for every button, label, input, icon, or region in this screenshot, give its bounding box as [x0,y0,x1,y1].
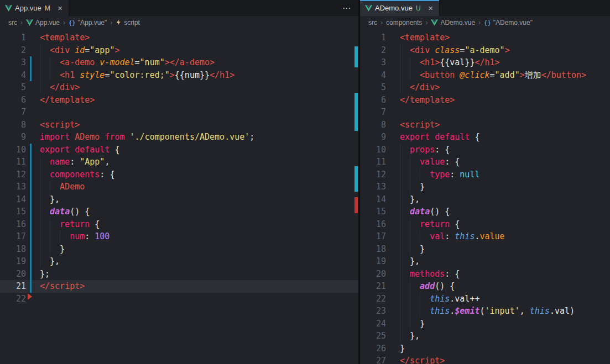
code-line[interactable]: 5</div> [360,81,610,94]
line-number[interactable]: 5 [0,81,26,94]
code-line[interactable]: 11name: "App", [0,156,358,168]
line-number[interactable]: 10 [0,144,26,156]
line-number[interactable]: 12 [0,168,26,181]
breadcrumb-item[interactable]: src [368,19,377,27]
code-editor-right[interactable]: 1<template>2<div class="a-demo">3<h1>{{v… [360,29,610,364]
code-line[interactable]: 3<h1>{{val}}</h1> [360,56,610,69]
code-line[interactable]: 8<script> [360,119,610,131]
code-line[interactable]: 15data() { [360,205,610,218]
code-line[interactable]: 2<div class="a-demo"> [360,44,610,57]
code-line[interactable]: 14}, [360,193,610,206]
close-icon[interactable]: × [426,3,436,13]
line-number[interactable]: 12 [360,168,386,181]
code-line[interactable]: 12components: { [0,168,358,181]
line-number[interactable]: 8 [360,119,386,131]
line-number[interactable]: 23 [360,305,386,318]
code-line[interactable]: 12type: null [360,168,610,181]
code-line[interactable]: 18} [360,243,610,256]
code-line[interactable]: 8<script> [0,119,358,131]
line-number[interactable]: 11 [360,156,386,168]
breadcrumb-item[interactable]: components [386,19,422,27]
code-line[interactable]: 25}, [360,330,610,342]
line-number[interactable]: 2 [360,44,386,57]
code-line[interactable]: 3<a-demo v-model="num"></a-demo> [0,56,358,69]
code-line[interactable]: 26} [360,342,610,355]
line-number[interactable]: 1 [0,31,26,44]
code-line[interactable]: 2<div id="app"> [0,44,358,57]
code-line[interactable]: 10export default { [0,144,358,156]
code-line[interactable]: 22 [0,293,358,305]
code-line[interactable]: 13ADemo [0,181,358,193]
line-number[interactable]: 19 [0,255,26,268]
code-line[interactable]: 16return { [360,218,610,231]
line-number[interactable]: 16 [0,218,26,231]
code-line[interactable]: 6</template> [0,94,358,107]
line-number[interactable]: 25 [360,330,386,342]
code-line[interactable]: 21add() { [360,280,610,293]
code-line[interactable]: 5</div> [0,81,358,94]
line-number[interactable]: 4 [360,69,386,82]
line-number[interactable]: 14 [0,193,26,206]
code-line[interactable]: 9export default { [360,131,610,144]
code-line[interactable]: 7 [360,106,610,119]
code-line[interactable]: 13} [360,181,610,193]
line-number[interactable]: 16 [360,218,386,231]
line-number[interactable]: 15 [0,205,26,218]
line-number[interactable]: 1 [360,31,386,44]
code-line[interactable]: 20methods: { [360,268,610,281]
line-number[interactable]: 4 [0,69,26,82]
line-number[interactable]: 3 [360,56,386,69]
code-line[interactable]: 11value: { [360,156,610,168]
line-number[interactable]: 17 [0,230,26,243]
breadcrumb-item[interactable]: App.vue [26,19,60,27]
line-number[interactable]: 22 [0,293,26,305]
breadcrumb-item[interactable]: src [8,19,17,27]
code-line[interactable]: 19}, [0,255,358,268]
line-number[interactable]: 9 [360,131,386,144]
code-line[interactable]: 1<template> [0,31,358,44]
line-number[interactable]: 13 [360,181,386,193]
code-line[interactable]: 23this.$emit('input', this.val) [360,305,610,318]
code-line[interactable]: 10props: { [360,144,610,156]
line-number[interactable]: 8 [0,119,26,131]
code-line[interactable]: 21</script> [0,280,358,293]
code-line[interactable]: 4<button @click="add">增加</button> [360,69,610,82]
code-line[interactable]: 18} [0,243,358,256]
code-line[interactable]: 16return { [0,218,358,231]
code-line[interactable]: 6</template> [360,94,610,107]
line-number[interactable]: 7 [0,106,26,119]
tab-app-vue[interactable]: App.vue M × [0,0,69,16]
line-number[interactable]: 11 [0,156,26,168]
breadcrumb-item[interactable]: {}"App.vue" [69,19,107,27]
code-line[interactable]: 17num: 100 [0,230,358,243]
line-number[interactable]: 2 [0,44,26,57]
breadcrumb-item[interactable]: script [116,19,140,27]
line-number[interactable]: 24 [360,318,386,330]
code-line[interactable]: 15data() { [0,205,358,218]
line-number[interactable]: 20 [0,268,26,281]
code-line[interactable]: 7 [0,106,358,119]
line-number[interactable]: 20 [360,268,386,281]
code-line[interactable]: 20}; [0,268,358,281]
line-number[interactable]: 21 [0,280,26,293]
line-number[interactable]: 19 [360,255,386,268]
code-line[interactable]: 1<template> [360,31,610,44]
code-line[interactable]: 17val: this.value [360,230,610,243]
breadcrumb-item[interactable]: ADemo.vue [431,19,475,27]
code-editor-left[interactable]: 1<template>2<div id="app">3<a-demo v-mod… [0,29,358,364]
line-number[interactable]: 9 [0,131,26,144]
line-number[interactable]: 6 [0,94,26,107]
code-line[interactable]: 27</script> [360,355,610,364]
code-line[interactable]: 9import ADemo from './components/ADemo.v… [0,131,358,144]
line-number[interactable]: 18 [0,243,26,256]
code-line[interactable]: 14}, [0,193,358,206]
line-number[interactable]: 3 [0,56,26,69]
line-number[interactable]: 26 [360,342,386,355]
line-number[interactable]: 15 [360,205,386,218]
code-line[interactable]: 4<h1 style="color:red;">{{num}}</h1> [0,69,358,82]
line-number[interactable]: 5 [360,81,386,94]
line-number[interactable]: 7 [360,106,386,119]
line-number[interactable]: 6 [360,94,386,107]
line-number[interactable]: 22 [360,293,386,305]
line-number[interactable]: 14 [360,193,386,206]
